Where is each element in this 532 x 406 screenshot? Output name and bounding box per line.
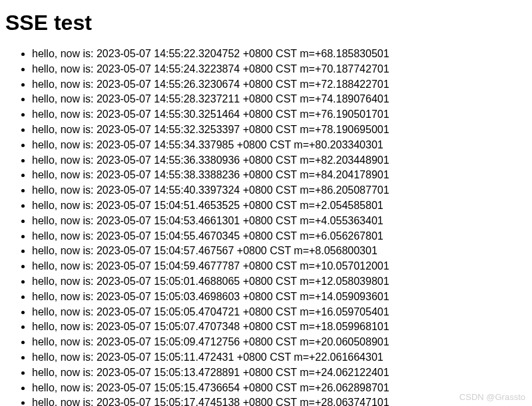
list-item: hello, now is: 2023-05-07 15:05:11.47243… <box>32 351 527 365</box>
list-item: hello, now is: 2023-05-07 15:05:07.47073… <box>32 320 527 334</box>
list-item: hello, now is: 2023-05-07 14:55:34.33798… <box>32 138 527 152</box>
list-item: hello, now is: 2023-05-07 15:04:59.46777… <box>32 260 527 274</box>
list-item: hello, now is: 2023-05-07 14:55:38.33882… <box>32 168 527 182</box>
page-title: SSE test <box>5 11 527 35</box>
list-item: hello, now is: 2023-05-07 14:55:28.32372… <box>32 93 527 106</box>
list-item: hello, now is: 2023-05-07 15:05:17.47451… <box>32 396 527 406</box>
list-item: hello, now is: 2023-05-07 15:05:13.47288… <box>32 366 527 380</box>
message-list: hello, now is: 2023-05-07 14:55:22.32047… <box>5 47 527 406</box>
watermark: CSDN @Grassto <box>459 392 525 402</box>
list-item: hello, now is: 2023-05-07 14:55:22.32047… <box>32 47 527 61</box>
list-item: hello, now is: 2023-05-07 15:05:01.46880… <box>32 275 527 289</box>
list-item: hello, now is: 2023-05-07 15:05:03.46986… <box>32 290 527 304</box>
list-item: hello, now is: 2023-05-07 14:55:36.33809… <box>32 154 527 168</box>
list-item: hello, now is: 2023-05-07 15:05:09.47127… <box>32 335 527 349</box>
list-item: hello, now is: 2023-05-07 14:55:26.32306… <box>32 78 527 92</box>
list-item: hello, now is: 2023-05-07 15:04:51.46535… <box>32 199 527 213</box>
list-item: hello, now is: 2023-05-07 14:55:24.32238… <box>32 63 527 77</box>
list-item: hello, now is: 2023-05-07 15:04:57.46756… <box>32 244 527 258</box>
list-item: hello, now is: 2023-05-07 14:55:40.33973… <box>32 184 527 198</box>
list-item: hello, now is: 2023-05-07 15:05:05.47047… <box>32 305 527 319</box>
list-item: hello, now is: 2023-05-07 15:05:15.47366… <box>32 381 527 395</box>
list-item: hello, now is: 2023-05-07 14:55:32.32533… <box>32 123 527 137</box>
list-item: hello, now is: 2023-05-07 15:04:55.46703… <box>32 230 527 244</box>
list-item: hello, now is: 2023-05-07 15:04:53.46613… <box>32 214 527 228</box>
list-item: hello, now is: 2023-05-07 14:55:30.32514… <box>32 108 527 122</box>
